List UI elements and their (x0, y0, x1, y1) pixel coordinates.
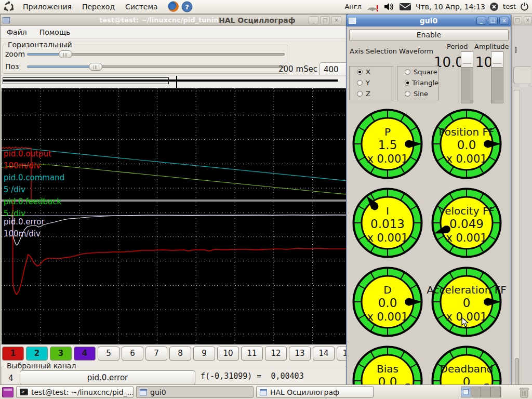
knob-d[interactable]: D0.0x 0.001 (351, 265, 424, 338)
gui0-minimize-button[interactable]: _ (476, 17, 486, 25)
clock[interactable]: Чтв, 10 Апр, 14:13 (416, 3, 485, 11)
window-icon (140, 389, 147, 395)
amplitude-slider[interactable] (491, 51, 503, 103)
halscope-titlebar[interactable]: test@test: ~/linuxcnc/pid_tunin HAL Осци… (1, 15, 348, 26)
period-slider[interactable] (461, 51, 473, 103)
channel-button-3[interactable]: 3 (50, 347, 72, 361)
distro-logo-icon[interactable] (3, 1, 15, 12)
knob-p[interactable]: P1.5x 0.001 (351, 108, 424, 180)
bg-maximize-button[interactable]: □ (513, 16, 522, 24)
keyboard-layout-indicator[interactable]: Англ (344, 3, 362, 10)
svg-text:Position FF: Position FF (438, 126, 494, 138)
background-scrollbar[interactable] (514, 90, 520, 396)
knob-position-ff[interactable]: Position FF0.0x 0.001 (430, 108, 503, 180)
waveform-radio-triangle[interactable]: Triangle (397, 77, 438, 88)
workspace-3[interactable] (481, 387, 491, 397)
enable-button[interactable]: Enable (349, 29, 509, 41)
radio-label: Z (366, 90, 370, 98)
taskbar-button-0[interactable]: >_test@test: ~/linuxcnc/pid_... (16, 386, 134, 398)
halscope-window: test@test: ~/linuxcnc/pid_tunin HAL Осци… (0, 14, 348, 392)
maximize-button[interactable]: □ (320, 16, 330, 24)
channel-button-11[interactable]: 11 (241, 347, 263, 361)
radio-circle[interactable] (357, 80, 363, 86)
workspace-2[interactable] (471, 387, 481, 397)
channel-button-5[interactable]: 5 (98, 347, 119, 361)
workspace-1[interactable] (461, 387, 471, 397)
gui0-titlebar[interactable]: gui0 _ □ × (347, 15, 511, 26)
oscilloscope-screen[interactable]: pid.0.output100m/divpid.0.command5 /divp… (2, 88, 347, 344)
axis-radio-y[interactable]: Y (350, 77, 393, 88)
workspace-4[interactable] (491, 387, 501, 397)
trash-icon[interactable] (518, 386, 530, 398)
channel-button-10[interactable]: 10 (217, 347, 239, 361)
waveform-radio-square[interactable]: Square (397, 66, 438, 77)
help-icon[interactable]: ? (181, 1, 193, 12)
channel-button-14[interactable]: 14 (313, 347, 335, 361)
channel-button-4[interactable]: 4 (74, 347, 96, 361)
bg-close-button[interactable]: × (524, 16, 532, 24)
scope-menu-1[interactable]: Помощь (33, 26, 77, 38)
radio-label: Y (366, 79, 370, 87)
panel-menu-2[interactable]: Система (120, 2, 163, 12)
knob-i[interactable]: I0.013x 0.001 (351, 187, 424, 259)
halscope-title: HAL Осциллограф (219, 16, 296, 24)
record-fill-line (3, 79, 338, 82)
radio-circle[interactable] (405, 80, 409, 86)
trace-error (2, 215, 347, 246)
channel-button-1[interactable]: 1 (2, 347, 24, 361)
network-icon[interactable]: ! (366, 2, 379, 12)
radio-label: Square (414, 68, 437, 76)
horizontal-group-label: Горизонтальный (6, 41, 74, 49)
selected-signal-button[interactable]: pid.0.error (20, 370, 195, 385)
radio-circle[interactable] (357, 91, 363, 97)
channel-button-13[interactable]: 13 (289, 347, 311, 361)
svg-text:x 0.001: x 0.001 (446, 232, 487, 244)
workspace-switcher[interactable] (461, 387, 501, 397)
radio-circle[interactable] (357, 69, 363, 75)
channel-button-12[interactable]: 12 (265, 347, 287, 361)
firefox-icon[interactable] (167, 1, 179, 12)
gui0-maximize-button[interactable]: □ (488, 17, 498, 25)
pos-slider-handle[interactable] (89, 63, 102, 71)
svg-text:I: I (386, 205, 389, 217)
period-slider-handle[interactable] (461, 52, 473, 68)
panel-menu-0[interactable]: Приложения (18, 2, 77, 12)
zoom-slider-handle[interactable] (59, 50, 72, 58)
zoom-slider[interactable] (27, 53, 285, 56)
horizontal-group: Горизонтальный zoom Поз (3, 45, 287, 74)
axis-radio-z[interactable]: Z (350, 88, 393, 99)
close-button[interactable]: × (331, 16, 341, 24)
knob-velocity-ff[interactable]: Velocity FF0.049x 0.001 (430, 187, 503, 259)
panel-menus: ПриложенияПереходСистема (18, 2, 163, 12)
svg-text:Acceleration FF: Acceleration FF (427, 284, 507, 296)
power-icon[interactable] (520, 2, 529, 11)
minimize-button[interactable]: _ (309, 16, 318, 24)
axis-radio-x[interactable]: X (350, 66, 393, 77)
gui0-window-icon (349, 18, 356, 24)
radio-circle[interactable] (405, 69, 410, 75)
user-name[interactable]: test (503, 3, 516, 10)
channel-button-7[interactable]: 7 (145, 347, 167, 361)
channel-button-6[interactable]: 6 (122, 347, 143, 361)
record-position-bar (1, 75, 348, 88)
halscope-menubar: ФайлПомощь (1, 26, 348, 39)
gui0-close-button[interactable]: × (499, 17, 509, 25)
radio-circle[interactable] (405, 91, 410, 97)
channel-button-9[interactable]: 9 (193, 347, 215, 361)
channel-button-8[interactable]: 8 (169, 347, 191, 361)
amplitude-slider-handle[interactable] (491, 52, 503, 68)
channel-button-2[interactable]: 2 (26, 347, 48, 361)
scope-menu-0[interactable]: Файл (1, 26, 33, 38)
user-switcher-icon[interactable] (489, 2, 499, 11)
pos-slider[interactable] (27, 65, 285, 68)
taskbar-button-2[interactable]: HAL Осциллограф (256, 386, 374, 398)
mail-icon[interactable] (399, 3, 411, 11)
taskbar-button-1[interactable]: gui0 (136, 386, 254, 398)
clipped-widget-fragment (513, 66, 531, 84)
volume-icon[interactable] (383, 2, 395, 11)
axis-selection-group: XYZ (349, 66, 393, 100)
halscope-window-icon (3, 17, 10, 23)
show-desktop-button[interactable] (2, 387, 14, 397)
panel-menu-1[interactable]: Переход (77, 2, 120, 12)
waveform-radio-sine[interactable]: Sine (397, 88, 438, 99)
